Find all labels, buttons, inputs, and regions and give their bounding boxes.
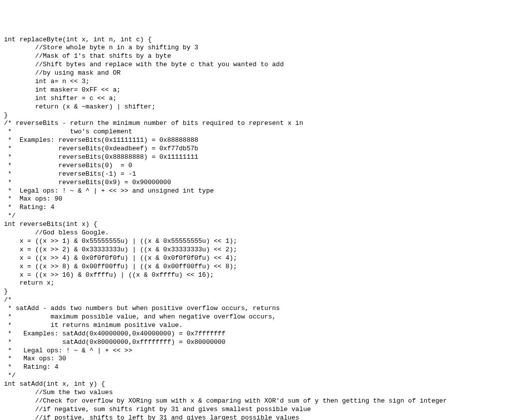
code-block: int replaceByte(int x, int n, int c) { /… xyxy=(4,36,506,420)
code-line: int satAdd(int x, int y) { xyxy=(4,380,506,389)
code-line: return x; xyxy=(4,279,506,288)
code-line: * two's complement xyxy=(4,128,506,136)
code-line: int replaceByte(int x, int n, int c) { xyxy=(4,36,506,44)
code-line: x = ((x >> 16) & 0xffffu) | ((x & 0xffff… xyxy=(4,271,506,280)
code-line: x = ((x >> 1) & 0x55555555u) | ((x & 0x5… xyxy=(4,237,506,246)
code-line: x = ((x >> 4) & 0x0f0f0f0fu) | ((x & 0x0… xyxy=(4,254,506,263)
code-line: //Check for overflow by XORing sum with … xyxy=(4,397,506,406)
code-line: int reverseBits(int x) { xyxy=(4,220,506,229)
code-line: * maximum possible value, and when negat… xyxy=(4,313,506,321)
code-line: //by using mask and OR xyxy=(4,69,506,78)
code-line: //Store whole byte n in a by shifting by… xyxy=(4,44,506,52)
code-line: * reverseBits(0x88888888) = 0x11111111 xyxy=(4,153,506,162)
code-line: //God bless Google. xyxy=(4,229,506,237)
code-line: int masker= 0xFF << a; xyxy=(4,86,506,95)
code-line: * Legal ops: ! ~ & ^ | + << >> and unsig… xyxy=(4,187,506,196)
code-line: /* reverseBits - return the minimum numb… xyxy=(4,119,506,128)
code-line: //Shift bytes and replace with the byte … xyxy=(4,61,506,69)
code-line: * reverseBits(0xdeadbeef) = 0xf77db57b xyxy=(4,145,506,153)
code-line: * satAdd(0x80000000,0xffffffff) = 0x8000… xyxy=(4,338,506,347)
code-line: * Rating: 4 xyxy=(4,204,506,212)
code-line: * Max ops: 90 xyxy=(4,195,506,204)
code-line: int a= n << 3; xyxy=(4,78,506,86)
code-line: } xyxy=(4,288,506,296)
code-line: * Examples: reverseBits(0x11111111) = 0x… xyxy=(4,136,506,145)
code-line: */ xyxy=(4,212,506,220)
code-line: * reverseBits(0) = 0 xyxy=(4,162,506,170)
code-line: * Rating: 4 xyxy=(4,363,506,372)
code-line: int shifter = c << a; xyxy=(4,95,506,103)
code-line: //if negative, sum shifts right by 31 an… xyxy=(4,406,506,414)
code-line: x = ((x >> 8) & 0x00ff00ffu) | ((x & 0x0… xyxy=(4,263,506,271)
code-line: * reverseBits(-1) = -1 xyxy=(4,170,506,179)
code-line: * reverseBits(0x9) = 0x90000000 xyxy=(4,179,506,187)
code-line: * it returns minimum positive value. xyxy=(4,321,506,330)
code-line: * Max ops: 30 xyxy=(4,355,506,363)
code-line: * satAdd - adds two numbers but when pos… xyxy=(4,305,506,313)
code-line: */ xyxy=(4,372,506,380)
code-line: } xyxy=(4,111,506,120)
code-line: //Mask of 1's that shifts by a byte xyxy=(4,52,506,61)
code-line: //Sum the two values xyxy=(4,389,506,397)
code-line: return (x & ~masker) | shifter; xyxy=(4,103,506,111)
code-line: * Legal ops: ! ~ & ^ | + << >> xyxy=(4,347,506,355)
code-line: x = ((x >> 2) & 0x33333333u) | ((x & 0x3… xyxy=(4,246,506,254)
code-line: * Examples: satAdd(0x40000000,0x40000000… xyxy=(4,330,506,338)
code-line: /* xyxy=(4,296,506,305)
code-line: //if postive, shifts to left by 31 and g… xyxy=(4,414,506,420)
